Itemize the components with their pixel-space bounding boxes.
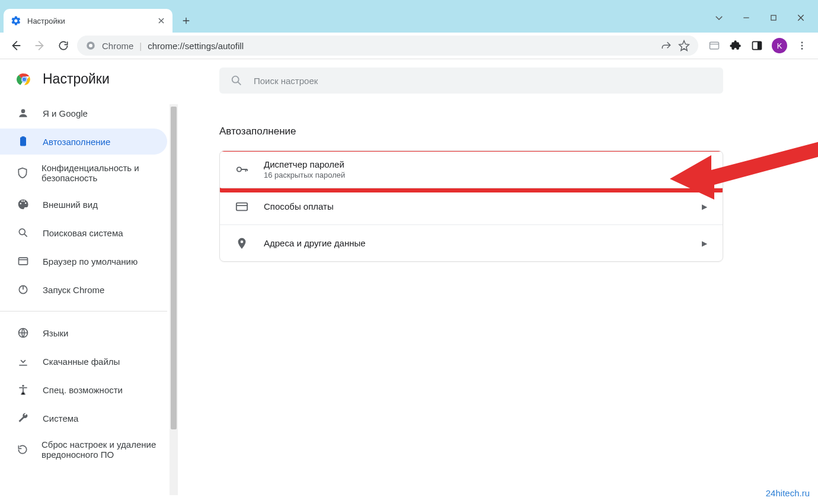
card-icon bbox=[235, 200, 248, 213]
forward-button[interactable] bbox=[30, 36, 50, 56]
toolbar: Chrome | chrome://settings/autofill K bbox=[0, 33, 818, 59]
svg-point-20 bbox=[232, 76, 239, 83]
search-icon bbox=[230, 74, 243, 87]
section-title: Автозаполнение bbox=[219, 126, 794, 137]
svg-rect-14 bbox=[22, 136, 25, 138]
sidebar-item-default-browser[interactable]: Браузер по умолчанию bbox=[0, 248, 167, 274]
row-password-manager[interactable]: Диспетчер паролей 16 раскрытых паролей ▶ bbox=[220, 151, 723, 188]
search-icon bbox=[17, 227, 30, 239]
translate-icon[interactable] bbox=[708, 39, 721, 52]
svg-point-7 bbox=[801, 45, 803, 47]
sidebar-item-label: Скачанные файлы bbox=[43, 357, 120, 367]
row-title: Диспетчер паролей bbox=[264, 159, 686, 169]
settings-main: Поиск настроек Автозаполнение Диспетчер … bbox=[178, 59, 818, 504]
sidebar-item-privacy[interactable]: Конфиденциальность и безопасность bbox=[0, 157, 167, 189]
svg-point-2 bbox=[89, 44, 92, 47]
shield-icon bbox=[17, 167, 28, 179]
svg-point-6 bbox=[801, 41, 803, 43]
back-button[interactable] bbox=[6, 36, 26, 56]
sidebar-item-on-startup[interactable]: Запуск Chrome bbox=[0, 277, 167, 303]
svg-rect-3 bbox=[710, 42, 719, 49]
row-title: Адреса и другие данные bbox=[264, 238, 686, 248]
key-icon bbox=[235, 163, 248, 176]
search-placeholder: Поиск настроек bbox=[254, 76, 318, 86]
clipboard-icon bbox=[17, 136, 30, 147]
sidebar-item-reset[interactable]: Сброс настроек и удаление вредоносного П… bbox=[0, 434, 167, 466]
chrome-logo-icon bbox=[17, 72, 32, 87]
sidebar-item-label: Я и Google bbox=[43, 108, 88, 118]
sidebar-item-system[interactable]: Система bbox=[0, 405, 167, 431]
autofill-card: Диспетчер паролей 16 раскрытых паролей ▶… bbox=[219, 150, 723, 262]
globe-icon bbox=[17, 327, 30, 339]
svg-point-21 bbox=[237, 167, 241, 171]
chevron-right-icon: ▶ bbox=[702, 165, 707, 174]
titlebar: Настройки bbox=[0, 0, 818, 33]
sidebar-item-languages[interactable]: Языки bbox=[0, 320, 167, 346]
share-icon[interactable] bbox=[660, 40, 672, 52]
svg-rect-22 bbox=[237, 203, 247, 210]
side-panel-icon[interactable] bbox=[750, 39, 763, 52]
chrome-icon bbox=[85, 40, 96, 51]
svg-rect-13 bbox=[20, 137, 26, 146]
svg-point-8 bbox=[801, 48, 803, 50]
omnibox[interactable]: Chrome | chrome://settings/autofill bbox=[77, 36, 698, 56]
window-icon bbox=[17, 255, 30, 267]
download-icon bbox=[17, 355, 30, 367]
sidebar-item-autofill[interactable]: Автозаполнение bbox=[0, 129, 167, 155]
window-controls bbox=[714, 12, 818, 33]
row-addresses[interactable]: Адреса и другие данные ▶ bbox=[220, 224, 723, 261]
minimize-icon[interactable] bbox=[741, 12, 752, 23]
svg-rect-16 bbox=[19, 258, 28, 265]
sidebar-item-label: Конфиденциальность и безопасность bbox=[41, 163, 167, 183]
reload-button[interactable] bbox=[53, 36, 74, 56]
sidebar-item-label: Языки bbox=[43, 328, 68, 338]
omnibox-separator: | bbox=[139, 41, 142, 51]
restore-icon bbox=[17, 444, 28, 455]
profile-avatar[interactable]: K bbox=[772, 38, 787, 53]
tab-title: Настройки bbox=[27, 17, 151, 25]
row-payment-methods[interactable]: Способы оплаты ▶ bbox=[220, 188, 723, 224]
sidebar-item-label: Поисковая система bbox=[43, 228, 123, 238]
sidebar-item-search-engine[interactable]: Поисковая система bbox=[0, 220, 167, 246]
browser-tab[interactable]: Настройки bbox=[4, 9, 172, 33]
location-icon bbox=[235, 237, 248, 250]
svg-point-19 bbox=[22, 385, 24, 387]
scrollbar-thumb[interactable] bbox=[171, 107, 177, 429]
bookmark-icon[interactable] bbox=[678, 40, 690, 52]
gear-icon bbox=[11, 15, 21, 26]
wrench-icon bbox=[17, 412, 30, 424]
sidebar-scrollbar[interactable] bbox=[170, 104, 178, 495]
person-icon bbox=[17, 107, 30, 119]
sidebar-item-appearance[interactable]: Внешний вид bbox=[0, 191, 167, 217]
settings-search[interactable]: Поиск настроек bbox=[219, 68, 723, 94]
svg-point-12 bbox=[21, 109, 25, 113]
omnibox-url: chrome://settings/autofill bbox=[148, 41, 244, 51]
sidebar-item-label: Внешний вид bbox=[43, 200, 98, 210]
chevron-down-icon[interactable] bbox=[714, 12, 724, 23]
chevron-right-icon: ▶ bbox=[702, 203, 707, 211]
close-window-icon[interactable] bbox=[795, 12, 806, 23]
new-tab-button[interactable] bbox=[177, 12, 195, 30]
sidebar-item-label: Браузер по умолчанию bbox=[43, 256, 138, 267]
sidebar-item-label: Автозаполнение bbox=[43, 137, 110, 147]
svg-rect-0 bbox=[771, 15, 776, 20]
sidebar-item-label: Сброс настроек и удаление вредоносного П… bbox=[41, 439, 167, 460]
extensions-icon[interactable] bbox=[729, 39, 742, 52]
settings-sidebar: Настройки Я и Google Автозаполнение Конф… bbox=[0, 59, 178, 504]
svg-rect-5 bbox=[758, 41, 762, 49]
power-icon bbox=[17, 284, 30, 296]
sidebar-item-you-and-google[interactable]: Я и Google bbox=[0, 100, 167, 126]
watermark: 24hitech.ru bbox=[766, 488, 810, 498]
sidebar-item-label: Запуск Chrome bbox=[43, 285, 104, 295]
sidebar-item-accessibility[interactable]: Спец. возможности bbox=[0, 377, 167, 403]
sidebar-item-label: Спец. возможности bbox=[43, 385, 123, 395]
sidebar-item-downloads[interactable]: Скачанные файлы bbox=[0, 348, 167, 374]
chevron-right-icon: ▶ bbox=[702, 239, 707, 248]
row-title: Способы оплаты bbox=[264, 201, 686, 211]
settings-title: Настройки bbox=[43, 71, 110, 87]
tab-close-icon[interactable] bbox=[157, 17, 165, 25]
maximize-icon[interactable] bbox=[768, 12, 779, 23]
row-subtitle: 16 раскрытых паролей bbox=[264, 171, 686, 179]
sidebar-item-label: Система bbox=[43, 413, 78, 423]
menu-icon[interactable] bbox=[795, 39, 809, 52]
